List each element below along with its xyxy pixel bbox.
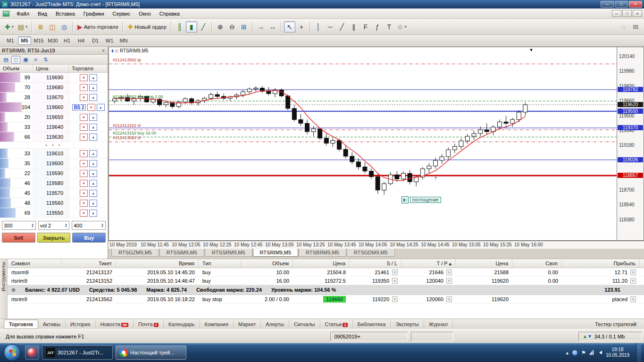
minimize-button[interactable]: ─ [601,1,614,8]
dom-buy-row[interactable]: 35119600▾▴ [0,159,108,168]
terminal-tab-торговля[interactable]: Торговля [4,320,38,329]
auto-scroll-button[interactable]: → [255,21,267,33]
row-sell-dropdown[interactable]: ▾ [80,200,88,207]
remove-value-button[interactable]: × [630,278,636,284]
row-sell-dropdown[interactable]: ▾ [80,170,88,177]
remove-value-button[interactable]: × [392,296,398,302]
timeframe-m5[interactable]: M5 [18,36,31,45]
chart-tab-rtsbrm9-m5[interactable]: RTSBRM9,M5 [299,249,346,257]
network-icon[interactable] [590,350,594,355]
terminal-column-7[interactable]: T / P ▴ [401,259,456,268]
dom-buy-row[interactable]: 22119590▾▴ [0,168,108,178]
text-label-button[interactable]: T [384,21,395,33]
terminal-tab-календарь[interactable]: Календарь [164,320,200,328]
chart-tab-rtssrm9-m5[interactable]: RTSSRM9,M5 [205,249,252,257]
row-sell-dropdown[interactable]: ▾ [80,134,88,141]
close-button[interactable]: × [629,1,642,8]
dom-sell-row[interactable]: 99119690▾▴ [0,73,108,83]
remove-value-button[interactable]: × [446,296,452,302]
buy-button[interactable]: Buy [72,233,106,243]
terminal-tab-эксперты[interactable]: Эксперты [391,320,424,328]
row-buy-button[interactable]: ▴ [89,200,97,207]
dom-sell-row[interactable]: 70119680▾▴ [0,83,108,93]
menu-item-графики[interactable]: Графики [79,9,109,18]
menu-item-сервис[interactable]: Сервис [109,9,135,18]
row-buy-button[interactable]: ▴ [89,210,97,217]
taskbar-task-1[interactable]: Настоящий трей... [116,345,186,360]
close-position-button[interactable]: Закрыть [37,233,71,243]
row-buy-button[interactable]: ▴ [89,94,97,101]
start-button[interactable] [4,344,21,361]
taskbar-task-0[interactable]: J2T3021267 - Just2Tr... [42,345,113,360]
dom-buy-row[interactable]: 33119610▾▴ [0,149,108,159]
row-sell-dropdown[interactable]: ▾ [87,104,95,111]
maximize-button[interactable]: □ [615,1,628,8]
dom-depth-icon[interactable]: ▣ [21,56,30,64]
dom-sell-row[interactable]: 20119650▾▴ [0,112,108,122]
menu-item-файл[interactable]: Файл [12,9,33,18]
terminal-tab-история[interactable]: История [66,320,96,328]
market-watch-button[interactable]: ≣ [35,21,46,33]
new-chart-button[interactable]: ✚▾ [3,21,16,33]
dom-buy-row[interactable]: 45119570▾▴ [0,188,108,198]
show-desktop-button[interactable] [636,343,641,362]
dom-sell-row[interactable]: 28119670▾▴ [0,93,108,102]
dom-onelick-icon[interactable]: ≡ [31,56,40,64]
row-sell-dropdown[interactable]: ▾ [80,210,88,217]
timeframe-m30[interactable]: M30 [46,36,59,45]
row-sell-dropdown[interactable]: ▾ [80,160,88,167]
chart-tab-rtsgdm9-m5[interactable]: RTSGDM9,M5 [347,249,395,257]
action-center-icon[interactable]: ⚑ [581,350,586,356]
row-sell-dropdown[interactable]: ▾ [80,94,88,101]
dom-buy-row[interactable]: 48119560▾▴ [0,198,108,208]
terminal-tab-сигналы[interactable]: Сигналы [289,320,320,328]
chart-tab-rtsgzm9-m5[interactable]: RTSGZM9,M5 [111,249,159,257]
terminal-column-10[interactable]: Прибыль [562,259,640,268]
row-buy-button[interactable]: ▴ [89,150,97,157]
row-buy-button[interactable]: ▴ [89,170,97,177]
row-sell-dropdown[interactable]: ▾ [80,150,88,157]
timeframe-d1[interactable]: D1 [89,36,102,45]
spinner-arrows-icon[interactable]: ▲▼ [101,223,104,228]
row-buy-button[interactable]: ▴ [89,74,97,81]
terminal-column-4[interactable]: Объем [241,259,293,268]
volume-spinner[interactable]: vol 2 ▲▼ [38,221,69,230]
remove-value-button[interactable]: × [392,269,398,275]
chart-tab-rtsrim9-m5[interactable]: RTSRIM9,M5 [253,249,298,257]
terminal-column-5[interactable]: Цена [293,259,350,268]
terminal-tab-маркет[interactable]: Маркет [234,320,261,328]
row-sell-dropdown[interactable]: ▾ [80,84,88,91]
zoom-in-button[interactable]: ⊕ [215,21,226,33]
terminal-tab-журнал[interactable]: Журнал [424,320,453,328]
terminal-column-2[interactable]: Время [116,259,199,268]
indicators-button[interactable]: ƒ [372,21,383,33]
dom-sell-row[interactable]: 104119660BS 2▾▴ [0,102,108,112]
fibonacci-button[interactable]: F [360,21,371,33]
terminal-tab-новости[interactable]: Новости99 [96,320,134,328]
dom-collapse-icon[interactable]: ⇅ [41,56,50,64]
remove-value-button[interactable]: × [446,278,452,284]
row-buy-button[interactable]: ▴ [89,190,97,197]
equidistant-channel-button[interactable]: ∥ [348,21,360,33]
tile-windows-button[interactable]: ⊞ [238,21,250,33]
terminal-tab-библиотека[interactable]: Библиотека [353,320,391,328]
dom-buy-row[interactable]: 46119580▾▴ [0,178,108,188]
remove-value-button[interactable]: × [392,278,398,284]
dom-orders-icon[interactable]: ▤ [1,56,10,64]
terminal-row[interactable]: rtssrm92124131372019.05.10 14:45:20buy10… [8,268,644,277]
terminal-tab-активы[interactable]: Активы [38,320,66,328]
terminal-column-3[interactable]: Тип [199,259,241,268]
row-sell-dropdown[interactable]: ▾ [80,180,88,187]
vertical-line-button[interactable]: │ [313,21,324,33]
row-sell-dropdown[interactable]: ▾ [80,74,88,81]
balance-expand-icon[interactable]: ⊕ [11,287,16,293]
row-buy-button[interactable]: ▴ [89,160,97,167]
terminal-row[interactable]: rtsrim92124131522019.05.10 14:46:47buy16… [8,277,644,285]
menu-item-справка[interactable]: Справка [155,9,184,18]
terminal-column-8[interactable]: Цена [456,259,512,268]
dom-close-icon[interactable]: × [101,48,106,53]
child-restore-button[interactable]: □ [622,10,632,17]
remove-value-button[interactable]: × [446,269,452,275]
timeframe-m15[interactable]: M15 [32,36,45,45]
zoom-out-button[interactable]: ⊖ [226,21,238,33]
